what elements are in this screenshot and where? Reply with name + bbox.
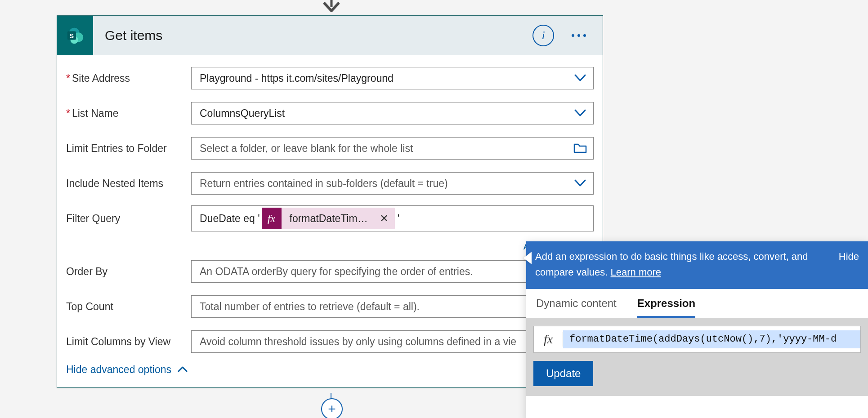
- label-site-address: Site Address: [66, 72, 191, 84]
- filter-query-prefix: DueDate eq ': [200, 213, 260, 225]
- flow-incoming-arrow: [320, 0, 343, 15]
- flyout-pointer: [523, 252, 532, 264]
- tab-expression[interactable]: Expression: [637, 297, 695, 318]
- label-filter-query: Filter Query: [66, 213, 191, 225]
- label-include-nested: Include Nested Items: [66, 178, 191, 190]
- site-address-dropdown[interactable]: Playground - https it.com/sites/Playgrou…: [191, 67, 594, 89]
- svg-text:S: S: [70, 32, 74, 40]
- flyout-tabs: Dynamic content Expression: [526, 289, 868, 318]
- label-limit-columns: Limit Columns by View: [66, 336, 191, 348]
- label-order-by: Order By: [66, 266, 191, 278]
- update-button[interactable]: Update: [533, 361, 593, 386]
- info-icon[interactable]: i: [532, 25, 554, 46]
- token-remove-icon[interactable]: ✕: [373, 212, 395, 225]
- limit-folder-placeholder: Select a folder, or leave blank for the …: [192, 142, 567, 155]
- expression-token[interactable]: fx formatDateTim… ✕: [262, 208, 395, 229]
- flyout-help-text: Add an expression to do basic things lik…: [535, 251, 808, 278]
- fx-icon: fx: [262, 208, 282, 229]
- chevron-up-icon: [178, 364, 188, 376]
- include-nested-placeholder: Return entries contained in sub-folders …: [192, 178, 567, 190]
- label-top-count: Top Count: [66, 301, 191, 313]
- filter-query-input[interactable]: DueDate eq ' fx formatDateTim… ✕ ': [191, 205, 594, 231]
- action-card-get-items: S Get items i Site Address Playground - …: [57, 15, 603, 388]
- list-name-dropdown[interactable]: ColumnsQueryList: [191, 102, 594, 125]
- hide-advanced-label: Hide advanced options: [66, 364, 171, 376]
- chevron-down-icon[interactable]: [567, 74, 593, 82]
- hide-advanced-options-toggle[interactable]: Hide advanced options: [66, 364, 188, 376]
- include-nested-dropdown[interactable]: Return entries contained in sub-folders …: [191, 172, 594, 195]
- filter-query-suffix: ': [398, 213, 399, 225]
- folder-icon[interactable]: [567, 142, 593, 154]
- list-name-value: ColumnsQueryList: [192, 107, 567, 120]
- card-title: Get items: [93, 28, 532, 43]
- label-limit-folder: Limit Entries to Folder: [66, 142, 191, 155]
- chevron-down-icon[interactable]: [567, 179, 593, 187]
- more-menu-button[interactable]: [568, 27, 590, 44]
- card-header[interactable]: S Get items i: [57, 16, 603, 55]
- expression-flyout: Hide Add an expression to do basic thing…: [526, 241, 868, 418]
- tab-dynamic-content[interactable]: Dynamic content: [536, 297, 617, 318]
- add-step-button[interactable]: +: [321, 398, 343, 418]
- site-address-value: Playground - https it.com/sites/Playgrou…: [192, 72, 567, 84]
- chevron-down-icon[interactable]: [567, 109, 593, 117]
- flyout-hide-link[interactable]: Hide: [839, 249, 859, 264]
- limit-folder-picker[interactable]: Select a folder, or leave blank for the …: [191, 137, 594, 160]
- expression-editor-area: fx formatDateTime(addDays(utcNow(),7),'y…: [526, 318, 868, 396]
- expression-token-text: formatDateTim…: [282, 213, 373, 225]
- expression-input-row[interactable]: fx formatDateTime(addDays(utcNow(),7),'y…: [533, 326, 861, 353]
- card-body: Site Address Playground - https it.com/s…: [57, 55, 603, 387]
- sharepoint-icon: S: [57, 16, 93, 55]
- flyout-header: Hide Add an expression to do basic thing…: [526, 241, 868, 289]
- learn-more-link[interactable]: Learn more: [611, 267, 662, 278]
- fx-icon: fx: [534, 332, 563, 347]
- label-list-name: List Name: [66, 107, 191, 120]
- expression-input[interactable]: formatDateTime(addDays(utcNow(),7),'yyyy…: [563, 330, 860, 348]
